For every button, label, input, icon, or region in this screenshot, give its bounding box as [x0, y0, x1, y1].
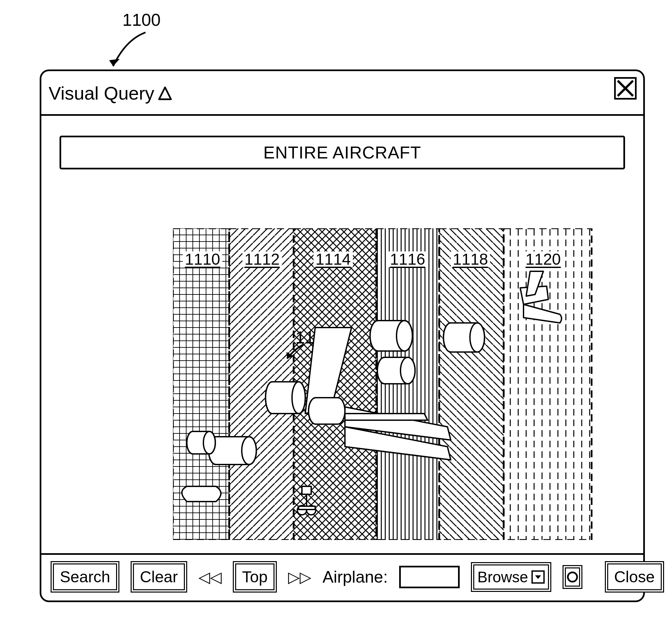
svg-point-42 [470, 323, 485, 352]
bottom-toolbar: Search Clear ◁◁ Top ▷▷ Airplane: Browse … [41, 553, 643, 599]
figure-ref-1100: 1100 [122, 10, 161, 30]
svg-point-28 [203, 431, 215, 454]
next-icon[interactable]: ▷▷ [288, 568, 311, 586]
content-area: ENTIRE AIRCRAFT 1106 [41, 116, 643, 553]
banner-text: ENTIRE AIRCRAFT [263, 143, 421, 163]
section-ref-1112: 1112 [242, 251, 282, 267]
section-ref-1120: 1120 [524, 251, 563, 267]
svg-point-40 [400, 357, 415, 384]
svg-point-38 [396, 321, 413, 351]
clear-button[interactable]: Clear [131, 561, 187, 593]
record-button[interactable] [563, 565, 582, 589]
prev-icon[interactable]: ◁◁ [199, 568, 221, 586]
section-ref-1114: 1114 [314, 251, 353, 267]
svg-rect-21 [439, 228, 504, 540]
circle-icon [566, 571, 579, 584]
close-button[interactable]: Close [605, 561, 664, 593]
app-window: Visual Query ENTIRE AIRCRAFT 1106 [40, 69, 645, 602]
search-button[interactable]: Search [50, 561, 119, 593]
leader-arrow-1100 [106, 30, 162, 74]
svg-rect-29 [302, 486, 311, 494]
browse-label: Browse [478, 568, 528, 586]
section-ref-1118: 1118 [451, 251, 490, 267]
svg-rect-23 [504, 228, 592, 540]
svg-marker-43 [535, 575, 541, 579]
chevron-down-icon [531, 571, 545, 584]
section-ref-1110: 1110 [183, 251, 222, 267]
airplane-label: Airplane: [322, 567, 388, 587]
top-button[interactable]: Top [233, 561, 277, 593]
figure-stage: 1100 1104 1105 1108 1102 Visual Query [0, 0, 672, 622]
window-title: Visual Query [48, 82, 173, 104]
browse-dropdown[interactable]: Browse [471, 562, 551, 592]
svg-point-44 [568, 573, 577, 582]
svg-rect-33 [298, 506, 315, 510]
svg-point-35 [292, 382, 305, 414]
title-triangle-icon [157, 85, 173, 101]
airplane-input[interactable] [399, 566, 460, 588]
sections-svg [173, 228, 593, 540]
breadcrumb-banner[interactable]: ENTIRE AIRCRAFT [60, 136, 625, 169]
window-title-text: Visual Query [48, 82, 154, 104]
section-ref-1116: 1116 [388, 251, 427, 267]
window-titlebar: Visual Query [41, 71, 643, 116]
window-close-button[interactable] [614, 77, 637, 100]
exploded-view-area: 1110 1112 1114 1116 1118 1120 [173, 228, 593, 540]
svg-point-26 [242, 437, 256, 464]
